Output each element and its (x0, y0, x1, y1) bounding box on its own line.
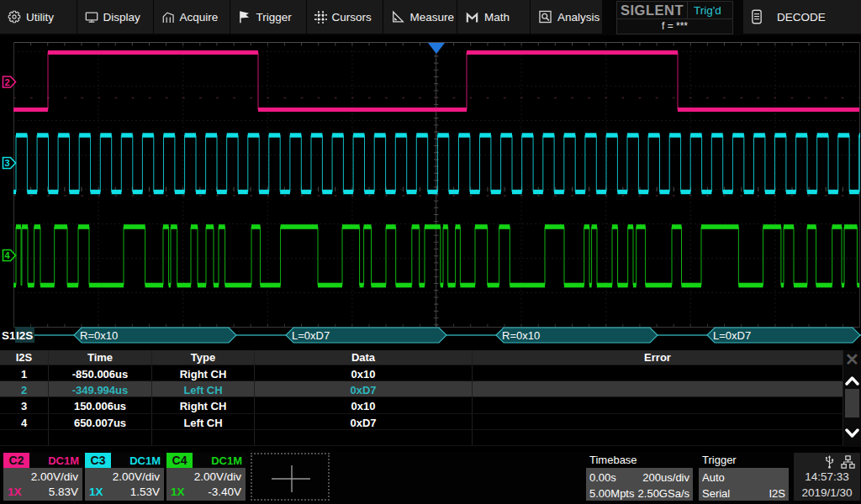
svg-text:S1: S1 (2, 329, 16, 342)
svg-text:R=0x10: R=0x10 (80, 329, 118, 342)
svg-text:3: 3 (4, 158, 9, 168)
svg-text:L=0xD7: L=0xD7 (713, 329, 751, 342)
svg-text:2: 2 (4, 77, 9, 87)
svg-text:I2S: I2S (16, 329, 33, 342)
svg-text:4: 4 (4, 250, 10, 260)
svg-text:L=0xD7: L=0xD7 (292, 329, 330, 342)
svg-text:R=0x10: R=0x10 (502, 329, 540, 342)
